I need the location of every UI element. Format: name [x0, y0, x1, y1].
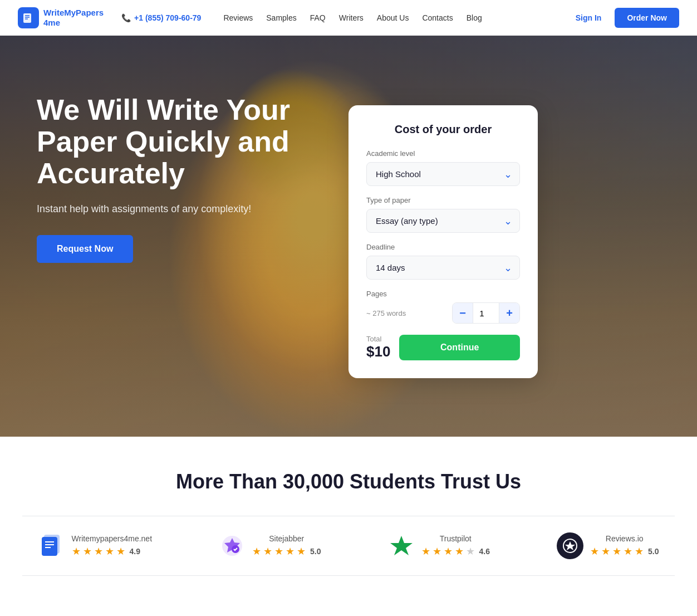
star-5: ★ — [116, 545, 125, 558]
pages-label: Pages — [366, 290, 520, 298]
sitejabber-icon — [219, 532, 246, 559]
request-now-button[interactable]: Request Now — [37, 235, 133, 263]
academic-level-wrapper: High School Undergraduate Bachelor Maste… — [366, 162, 520, 186]
academic-level-group: Academic level High School Undergraduate… — [366, 149, 520, 186]
navbar: WriteMyPapers 4me 📞 +1 (855) 709-60-79 R… — [0, 0, 697, 36]
rating-sitejabber: Sitejabber ★ ★ ★ ★ ★ 5.0 — [219, 532, 321, 559]
logo-name-part2: 4me — [43, 18, 60, 27]
logo-icon — [18, 7, 39, 28]
pages-increment-button[interactable]: + — [499, 303, 519, 323]
paper-type-wrapper: Essay (any type) Research Paper Term Pap… — [366, 209, 520, 233]
pages-words-label: ~ 275 words — [366, 309, 446, 317]
pages-decrement-button[interactable]: − — [453, 303, 473, 323]
academic-level-select[interactable]: High School Undergraduate Bachelor Maste… — [366, 162, 520, 186]
tp-star-3: ★ — [444, 545, 453, 558]
hero-content: We Will Write Your Paper Quickly and Acc… — [14, 50, 683, 423]
total-row: Total $10 Continue — [366, 335, 520, 360]
sj-star-4: ★ — [286, 545, 294, 558]
phone-icon: 📞 — [121, 13, 131, 22]
tp-star-2: ★ — [433, 545, 441, 558]
writemypapers-score: 4.9 — [130, 547, 140, 556]
hero-section: We Will Write Your Paper Quickly and Acc… — [0, 36, 697, 437]
star-2: ★ — [83, 545, 92, 558]
sj-star-2: ★ — [263, 545, 272, 558]
ri-star-5: ★ — [635, 545, 644, 558]
hero-subtitle: Instant help with assignments of any com… — [37, 203, 326, 215]
nav-contacts[interactable]: Contacts — [422, 13, 453, 22]
svg-marker-14 — [565, 541, 575, 550]
pages-group: Pages ~ 275 words − + — [366, 290, 520, 324]
nav-faq[interactable]: FAQ — [310, 13, 326, 22]
hero-title: We Will Write Your Paper Quickly and Acc… — [37, 94, 326, 190]
rating-reviewsio: Reviews.io ★ ★ ★ ★ ★ 5.0 — [557, 532, 659, 559]
star-3: ★ — [94, 545, 103, 558]
rating-writemypapers: Writemypapers4me.net ★ ★ ★ ★ ★ 4.9 — [38, 532, 152, 559]
trust-title: More Than 30,000 Students Trust Us — [22, 470, 675, 493]
writemypapers-stars: ★ ★ ★ ★ ★ 4.9 — [72, 545, 152, 558]
signin-link[interactable]: Sign In — [576, 13, 602, 22]
star-1: ★ — [72, 545, 81, 558]
sitejabber-info: Sitejabber ★ ★ ★ ★ ★ 5.0 — [252, 534, 321, 558]
trustpilot-info: Trustpilot ★ ★ ★ ★ ★ 4.6 — [421, 534, 490, 558]
logo-link[interactable]: WriteMyPapers 4me — [18, 7, 104, 28]
reviewsio-info: Reviews.io ★ ★ ★ ★ ★ 5.0 — [590, 534, 659, 558]
paper-type-label: Type of paper — [366, 196, 520, 204]
sj-star-5: ★ — [297, 545, 306, 558]
nav-writers[interactable]: Writers — [339, 13, 364, 22]
logo-name-part1: WriteMyPapers — [43, 8, 104, 17]
reviewsio-score: 5.0 — [648, 547, 659, 556]
writemypapers-name: Writemypapers4me.net — [72, 534, 152, 543]
phone-number: +1 (855) 709-60-79 — [134, 13, 201, 22]
ri-star-3: ★ — [612, 545, 621, 558]
tp-star-4: ★ — [455, 545, 464, 558]
deadline-select[interactable]: 14 days 10 days 7 days 5 days 3 days 2 d… — [366, 256, 520, 280]
trustpilot-stars: ★ ★ ★ ★ ★ 4.6 — [421, 545, 490, 558]
paper-type-select[interactable]: Essay (any type) Research Paper Term Pap… — [366, 209, 520, 233]
reviewsio-stars: ★ ★ ★ ★ ★ 5.0 — [590, 545, 659, 558]
pages-row: ~ 275 words − + — [366, 302, 520, 324]
rating-trustpilot: Trustpilot ★ ★ ★ ★ ★ 4.6 — [388, 532, 490, 559]
ri-star-2: ★ — [601, 545, 610, 558]
logo-text: WriteMyPapers 4me — [43, 8, 104, 28]
tp-star-1: ★ — [421, 545, 430, 558]
pages-control: − + — [452, 302, 520, 324]
svg-marker-12 — [390, 536, 413, 555]
total-label: Total — [366, 335, 390, 343]
hero-text-block: We Will Write Your Paper Quickly and Acc… — [37, 94, 326, 263]
nav-about[interactable]: About Us — [377, 13, 409, 22]
order-card-title: Cost of your order — [366, 123, 520, 136]
reviewsio-icon — [557, 532, 583, 559]
sitejabber-stars: ★ ★ ★ ★ ★ 5.0 — [252, 545, 321, 558]
academic-level-label: Academic level — [366, 149, 520, 158]
nav-samples[interactable]: Samples — [266, 13, 296, 22]
total-price: $10 — [366, 343, 390, 360]
sitejabber-name: Sitejabber — [252, 534, 321, 543]
deadline-wrapper: 14 days 10 days 7 days 5 days 3 days 2 d… — [366, 256, 520, 280]
svg-rect-0 — [23, 13, 31, 23]
phone-link[interactable]: 📞 +1 (855) 709-60-79 — [121, 13, 201, 22]
ratings-bar: Writemypapers4me.net ★ ★ ★ ★ ★ 4.9 — [22, 516, 675, 576]
total-info: Total $10 — [366, 335, 390, 360]
trustpilot-icon — [388, 532, 415, 559]
trustpilot-score: 4.6 — [479, 547, 490, 556]
nav-blog[interactable]: Blog — [467, 13, 482, 22]
order-card: Cost of your order Academic level High S… — [348, 105, 538, 378]
nav-order-button[interactable]: Order Now — [615, 8, 679, 28]
writemypapers-icon — [38, 532, 65, 559]
svg-rect-6 — [42, 537, 57, 556]
pages-input[interactable] — [473, 303, 499, 323]
sj-star-3: ★ — [274, 545, 283, 558]
writemypapers-info: Writemypapers4me.net ★ ★ ★ ★ ★ 4.9 — [72, 534, 152, 558]
trust-section: More Than 30,000 Students Trust Us Write… — [0, 437, 697, 598]
ri-star-1: ★ — [590, 545, 599, 558]
sitejabber-score: 5.0 — [310, 547, 321, 556]
deadline-label: Deadline — [366, 243, 520, 251]
sj-star-1: ★ — [252, 545, 261, 558]
ri-star-4: ★ — [624, 545, 632, 558]
trustpilot-name: Trustpilot — [421, 534, 490, 543]
continue-button[interactable]: Continue — [399, 335, 520, 360]
deadline-group: Deadline 14 days 10 days 7 days 5 days 3… — [366, 243, 520, 280]
reviewsio-name: Reviews.io — [590, 534, 659, 543]
nav-reviews[interactable]: Reviews — [223, 13, 253, 22]
nav-links: Reviews Samples FAQ Writers About Us Con… — [223, 13, 562, 22]
